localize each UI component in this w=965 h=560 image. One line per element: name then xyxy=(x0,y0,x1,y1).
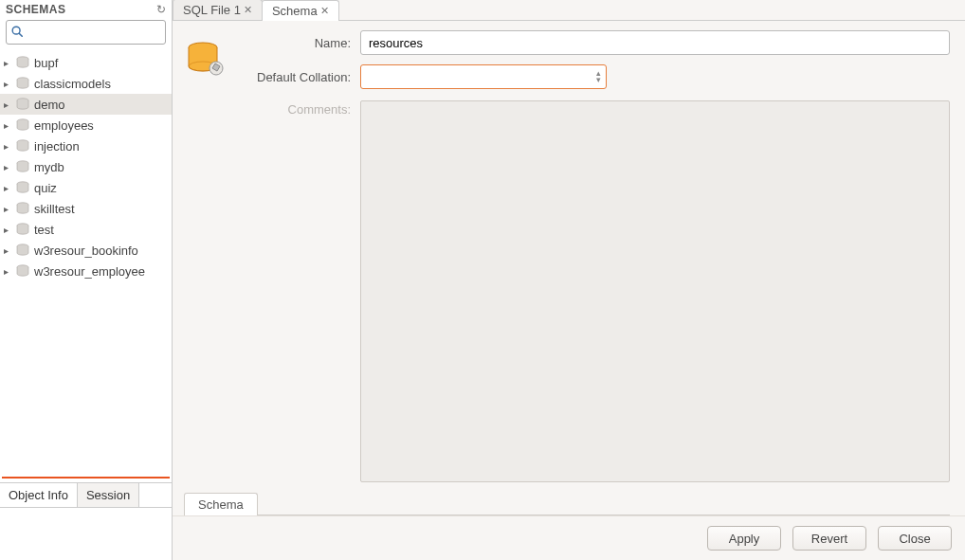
apply-button[interactable]: Apply xyxy=(707,526,781,551)
expand-icon[interactable]: ▸ xyxy=(4,141,13,152)
main-tabs: SQL File 1✕Schema✕ xyxy=(173,0,965,21)
schema-tree: ▸bupf▸classicmodels▸demo▸employees▸injec… xyxy=(0,50,172,477)
search-input[interactable] xyxy=(24,26,187,40)
expand-icon[interactable]: ▸ xyxy=(4,58,13,68)
schema-icon xyxy=(184,38,228,81)
database-icon xyxy=(15,77,30,90)
database-icon xyxy=(15,244,30,257)
collation-select[interactable] xyxy=(360,64,607,89)
sidebar: SCHEMAS ↻ ▸bupf▸classicmodels▸demo▸emplo… xyxy=(0,0,173,560)
schema-item-label: demo xyxy=(32,98,65,112)
tab-label: Schema xyxy=(272,4,318,18)
schema-item-quiz[interactable]: ▸quiz xyxy=(0,177,172,198)
schema-item-label: classicmodels xyxy=(32,77,111,91)
name-input[interactable] xyxy=(360,30,950,55)
tab-object-info[interactable]: Object Info xyxy=(0,483,78,507)
schema-item-label: quiz xyxy=(32,181,57,195)
expand-icon[interactable]: ▸ xyxy=(4,204,13,214)
database-icon xyxy=(15,118,30,132)
database-icon xyxy=(15,181,30,194)
schema-item-label: w3resour_employee xyxy=(32,264,145,279)
revert-button[interactable]: Revert xyxy=(792,526,866,551)
expand-icon[interactable]: ▸ xyxy=(4,225,13,235)
database-icon xyxy=(15,223,30,236)
close-icon[interactable]: ✕ xyxy=(320,5,329,17)
schema-item-label: bupf xyxy=(32,56,58,70)
schema-item-test[interactable]: ▸test xyxy=(0,219,172,240)
schema-item-employees[interactable]: ▸employees xyxy=(0,115,172,135)
close-icon[interactable]: ✕ xyxy=(244,4,252,16)
comments-textarea[interactable] xyxy=(360,100,950,482)
database-icon xyxy=(15,56,30,69)
search-icon xyxy=(10,25,24,41)
expand-icon[interactable]: ▸ xyxy=(4,120,13,131)
sub-tab-schema[interactable]: Schema xyxy=(184,493,258,515)
expand-icon[interactable]: ▸ xyxy=(4,183,13,193)
expand-icon[interactable]: ▸ xyxy=(4,79,13,89)
database-icon xyxy=(15,98,30,111)
object-info-panel xyxy=(0,507,172,560)
schema-item-skilltest[interactable]: ▸skilltest xyxy=(0,198,172,219)
expand-icon[interactable]: ▸ xyxy=(4,266,13,277)
database-icon xyxy=(15,264,30,278)
main-area: SQL File 1✕Schema✕ Name: Default Collati… xyxy=(173,0,965,560)
database-icon xyxy=(15,202,30,215)
database-icon xyxy=(15,160,30,173)
svg-line-1 xyxy=(19,33,22,36)
tab-label: SQL File 1 xyxy=(183,3,241,17)
schema-item-label: employees xyxy=(32,118,94,133)
schema-item-label: mydb xyxy=(32,160,64,174)
search-input-wrap[interactable] xyxy=(6,20,166,45)
schema-item-w3resour_bookinfo[interactable]: ▸w3resour_bookinfo xyxy=(0,240,172,261)
tab-session[interactable]: Session xyxy=(78,483,139,507)
schema-item-demo[interactable]: ▸demo xyxy=(0,94,172,115)
expand-icon[interactable]: ▸ xyxy=(4,162,13,172)
expand-icon[interactable]: ▸ xyxy=(4,245,13,256)
schema-item-injection[interactable]: ▸injection xyxy=(0,135,172,156)
close-button[interactable]: Close xyxy=(878,526,952,551)
schema-item-label: test xyxy=(32,223,54,237)
button-bar: Apply Revert Close xyxy=(173,515,965,560)
main-tab-schema[interactable]: Schema✕ xyxy=(262,0,339,21)
schema-item-label: injection xyxy=(32,139,80,154)
name-label: Name: xyxy=(237,36,351,50)
schema-item-mydb[interactable]: ▸mydb xyxy=(0,156,172,177)
divider xyxy=(2,477,170,479)
schema-item-label: w3resour_bookinfo xyxy=(32,244,138,258)
database-icon xyxy=(15,139,30,153)
schema-item-bupf[interactable]: ▸bupf xyxy=(0,52,172,73)
schema-item-classicmodels[interactable]: ▸classicmodels xyxy=(0,73,172,94)
collation-label: Default Collation: xyxy=(237,70,351,84)
comments-label: Comments: xyxy=(237,100,351,117)
expand-icon[interactable]: ▸ xyxy=(4,99,13,110)
schema-item-label: skilltest xyxy=(32,202,75,216)
schema-item-w3resour_employee[interactable]: ▸w3resour_employee xyxy=(0,261,172,281)
sidebar-title: SCHEMAS xyxy=(6,3,66,16)
main-tab-sql-file-1[interactable]: SQL File 1✕ xyxy=(173,0,263,20)
refresh-icon[interactable]: ↻ xyxy=(156,3,166,16)
